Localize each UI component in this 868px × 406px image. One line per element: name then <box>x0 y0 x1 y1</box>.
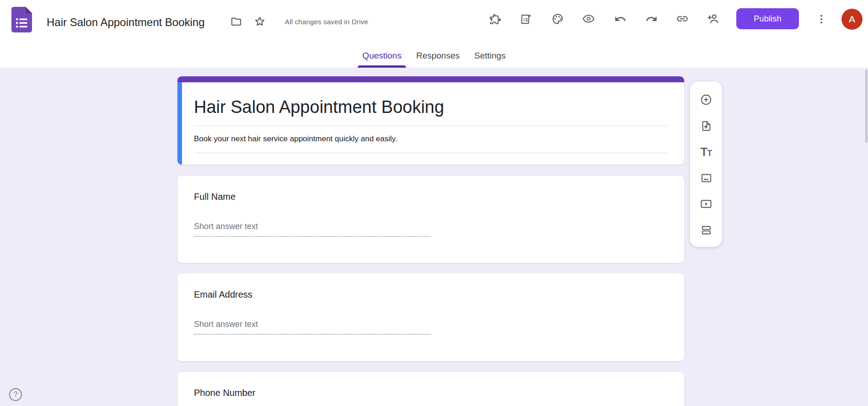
account-avatar[interactable]: A <box>841 9 863 30</box>
scrollbar-thumb[interactable] <box>865 69 868 143</box>
add-ons-button[interactable] <box>484 8 506 30</box>
redo-button[interactable] <box>640 8 662 30</box>
add-image-button[interactable] <box>700 171 713 184</box>
question-title[interactable]: Full Name <box>194 191 236 203</box>
video-icon <box>700 198 713 210</box>
tab-bar: Questions Responses Settings <box>0 43 868 68</box>
customize-theme-button[interactable] <box>547 8 568 30</box>
form-title-field[interactable]: Hair Salon Appointment Booking <box>194 96 444 118</box>
section-icon <box>700 224 713 236</box>
add-title-and-description-button[interactable]: TT <box>700 145 713 158</box>
document-title[interactable]: Hair Salon Appointment Booking <box>47 16 205 29</box>
star-icon <box>253 15 266 28</box>
short-answer-placeholder: Short answer text <box>194 319 258 330</box>
star-button[interactable] <box>249 11 271 32</box>
redo-icon <box>645 13 658 25</box>
add-video-button[interactable] <box>700 198 713 210</box>
three-dot-menu-icon <box>815 13 827 25</box>
question-card-full-name[interactable]: Full Name Short answer text <box>177 176 684 263</box>
theme-color-bar <box>177 76 684 82</box>
question-card-email-address[interactable]: Email Address Short answer text <box>177 273 684 361</box>
tab-responses[interactable]: Responses <box>409 43 467 68</box>
import-questions-button[interactable] <box>700 119 713 132</box>
active-tab-indicator <box>358 65 406 68</box>
palette-icon <box>552 13 564 25</box>
link-icon <box>676 12 689 25</box>
save-status[interactable]: All changes saved in Drive <box>285 18 368 26</box>
image-icon <box>700 172 713 184</box>
short-answer-line <box>194 334 431 335</box>
eye-icon <box>582 12 595 25</box>
description-underline <box>194 153 668 153</box>
preview-button[interactable] <box>578 8 600 30</box>
text-title-icon: TT <box>701 145 712 159</box>
title-underline <box>194 126 668 126</box>
focused-card-accent <box>177 82 182 165</box>
import-questions-icon <box>700 120 713 132</box>
form-header-card[interactable]: Hair Salon Appointment Booking Book your… <box>177 76 684 165</box>
puzzle-icon <box>489 13 501 25</box>
tab-questions[interactable]: Questions <box>355 43 409 68</box>
form-description-field[interactable]: Book your next hair service appointment … <box>194 134 397 144</box>
document-sparkle-icon <box>520 13 532 25</box>
undo-button[interactable] <box>609 8 631 30</box>
templates-button[interactable] <box>515 8 537 30</box>
question-toolbar: TT <box>690 81 722 247</box>
plus-circle-icon <box>700 93 713 106</box>
short-answer-line <box>194 236 431 237</box>
undo-icon <box>614 13 627 25</box>
person-add-icon <box>707 12 720 25</box>
question-title[interactable]: Phone Number <box>194 387 256 399</box>
move-to-folder-button[interactable] <box>225 11 247 32</box>
help-button[interactable]: ? <box>9 388 22 401</box>
top-bar: Hair Salon Appointment Booking All chang… <box>0 0 868 68</box>
question-card-phone-number[interactable]: Phone Number <box>177 372 684 406</box>
add-collaborators-button[interactable] <box>702 8 724 30</box>
publish-button[interactable]: Publish <box>736 8 799 29</box>
tab-settings[interactable]: Settings <box>467 43 513 68</box>
more-options-button[interactable] <box>810 8 832 30</box>
google-forms-logo-icon[interactable] <box>11 7 32 32</box>
add-question-button[interactable] <box>700 93 713 106</box>
short-answer-placeholder: Short answer text <box>194 221 258 232</box>
question-title[interactable]: Email Address <box>194 288 252 300</box>
add-section-button[interactable] <box>700 224 713 236</box>
copy-link-button[interactable] <box>671 8 693 30</box>
question-mark-icon: ? <box>14 390 18 399</box>
folder-icon <box>230 16 242 28</box>
